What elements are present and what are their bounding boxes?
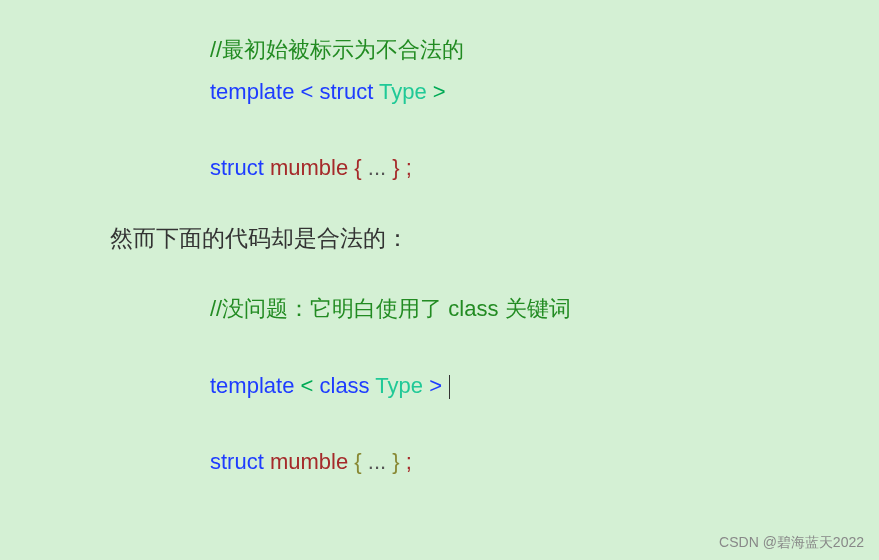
keyword-struct: struct bbox=[320, 79, 374, 104]
brace-open: { bbox=[354, 155, 361, 180]
comment-line: //最初始被标示为不合法的 bbox=[210, 30, 839, 70]
keyword-class: class bbox=[320, 373, 370, 398]
prose-text: 然而下面的代码却是合法的： bbox=[110, 218, 839, 259]
ellipsis: ... bbox=[368, 449, 386, 474]
angle-open: < bbox=[301, 79, 314, 104]
angle-open: < bbox=[301, 373, 314, 398]
struct-line: struct mumble { ... } ; bbox=[210, 148, 839, 188]
identifier: mumble bbox=[270, 155, 348, 180]
template-line: template < class Type > bbox=[210, 366, 839, 406]
semicolon: ; bbox=[406, 449, 412, 474]
template-line: template < struct Type > bbox=[210, 72, 839, 112]
type-name: Type bbox=[375, 373, 423, 398]
angle-close: > bbox=[429, 373, 442, 398]
keyword-struct: struct bbox=[210, 155, 264, 180]
brace-close: } bbox=[392, 155, 399, 180]
semicolon: ; bbox=[406, 155, 412, 180]
brace-close: } bbox=[392, 449, 399, 474]
struct-line: struct mumble { ... } ; bbox=[210, 442, 839, 482]
keyword-struct: struct bbox=[210, 449, 264, 474]
comment-line: //没问题：它明白使用了 class 关键词 bbox=[210, 289, 839, 329]
watermark: CSDN @碧海蓝天2022 bbox=[719, 534, 864, 552]
identifier: mumble bbox=[270, 449, 348, 474]
code-block-2: //没问题：它明白使用了 class 关键词 template < class … bbox=[210, 289, 839, 482]
keyword-template: template bbox=[210, 79, 294, 104]
text-cursor-icon bbox=[449, 375, 450, 399]
type-name: Type bbox=[379, 79, 427, 104]
ellipsis: ... bbox=[368, 155, 386, 180]
code-block-1: //最初始被标示为不合法的 template < struct Type > s… bbox=[210, 30, 839, 188]
angle-close: > bbox=[433, 79, 446, 104]
brace-open: { bbox=[354, 449, 361, 474]
document-content: //最初始被标示为不合法的 template < struct Type > s… bbox=[0, 0, 879, 522]
keyword-template: template bbox=[210, 373, 294, 398]
